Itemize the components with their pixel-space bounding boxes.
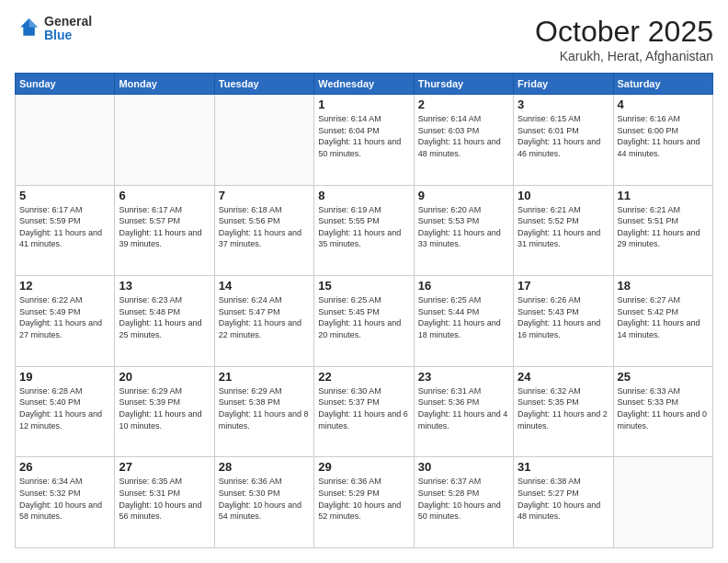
day-info: Sunrise: 6:26 AM Sunset: 5:43 PM Dayligh… — [518, 294, 609, 340]
calendar-cell: 20Sunrise: 6:29 AM Sunset: 5:39 PM Dayli… — [115, 366, 214, 457]
day-number: 5 — [19, 189, 110, 202]
calendar-week-row: 1Sunrise: 6:14 AM Sunset: 6:04 PM Daylig… — [16, 95, 713, 186]
logo-icon — [15, 16, 40, 41]
calendar-cell: 12Sunrise: 6:22 AM Sunset: 5:49 PM Dayli… — [16, 276, 115, 367]
day-number: 7 — [219, 189, 310, 202]
day-number: 2 — [418, 98, 509, 111]
day-number: 31 — [518, 460, 609, 474]
calendar-cell: 4Sunrise: 6:16 AM Sunset: 6:00 PM Daylig… — [613, 95, 712, 186]
day-info: Sunrise: 6:21 AM Sunset: 5:52 PM Dayligh… — [518, 204, 609, 250]
day-info: Sunrise: 6:21 AM Sunset: 5:51 PM Dayligh… — [618, 204, 709, 250]
day-info: Sunrise: 6:30 AM Sunset: 5:37 PM Dayligh… — [318, 385, 409, 431]
logo-general-text: General — [44, 15, 92, 29]
day-info: Sunrise: 6:24 AM Sunset: 5:47 PM Dayligh… — [219, 294, 310, 340]
day-number: 16 — [418, 279, 509, 293]
calendar-cell: 27Sunrise: 6:35 AM Sunset: 5:31 PM Dayli… — [115, 457, 214, 548]
calendar-cell: 16Sunrise: 6:25 AM Sunset: 5:44 PM Dayli… — [414, 276, 513, 367]
day-info: Sunrise: 6:15 AM Sunset: 6:01 PM Dayligh… — [518, 113, 609, 159]
day-number: 14 — [219, 279, 310, 293]
day-info: Sunrise: 6:36 AM Sunset: 5:30 PM Dayligh… — [219, 476, 310, 522]
calendar-cell: 28Sunrise: 6:36 AM Sunset: 5:30 PM Dayli… — [214, 457, 313, 548]
col-header-wednesday: Wednesday — [314, 74, 414, 95]
calendar-header-row: SundayMondayTuesdayWednesdayThursdayFrid… — [16, 74, 713, 95]
calendar-cell: 3Sunrise: 6:15 AM Sunset: 6:01 PM Daylig… — [514, 95, 613, 186]
day-info: Sunrise: 6:32 AM Sunset: 5:35 PM Dayligh… — [518, 385, 609, 431]
day-number: 11 — [618, 189, 709, 202]
day-number: 24 — [518, 370, 609, 384]
calendar-cell: 1Sunrise: 6:14 AM Sunset: 6:04 PM Daylig… — [314, 95, 414, 186]
day-number: 6 — [119, 189, 210, 202]
day-info: Sunrise: 6:27 AM Sunset: 5:42 PM Dayligh… — [618, 294, 709, 340]
col-header-sunday: Sunday — [16, 74, 115, 95]
calendar-cell: 11Sunrise: 6:21 AM Sunset: 5:51 PM Dayli… — [613, 185, 712, 276]
calendar-week-row: 12Sunrise: 6:22 AM Sunset: 5:49 PM Dayli… — [16, 276, 713, 367]
calendar-cell: 30Sunrise: 6:37 AM Sunset: 5:28 PM Dayli… — [414, 457, 513, 548]
calendar-cell: 2Sunrise: 6:14 AM Sunset: 6:03 PM Daylig… — [414, 95, 513, 186]
day-info: Sunrise: 6:19 AM Sunset: 5:55 PM Dayligh… — [318, 204, 409, 250]
month-title: October 2025 — [535, 15, 713, 49]
calendar-cell — [16, 95, 115, 186]
col-header-friday: Friday — [514, 74, 613, 95]
day-number: 17 — [518, 279, 609, 293]
day-number: 30 — [418, 460, 509, 474]
col-header-thursday: Thursday — [414, 74, 513, 95]
calendar-cell: 9Sunrise: 6:20 AM Sunset: 5:53 PM Daylig… — [414, 185, 513, 276]
day-info: Sunrise: 6:25 AM Sunset: 5:45 PM Dayligh… — [318, 294, 409, 340]
day-number: 12 — [19, 279, 110, 293]
day-number: 18 — [618, 279, 709, 293]
svg-marker-1 — [29, 19, 38, 28]
calendar-week-row: 19Sunrise: 6:28 AM Sunset: 5:40 PM Dayli… — [16, 366, 713, 457]
calendar-cell: 10Sunrise: 6:21 AM Sunset: 5:52 PM Dayli… — [514, 185, 613, 276]
day-number: 27 — [119, 460, 210, 474]
header: General Blue October 2025 Karukh, Herat,… — [15, 15, 713, 63]
day-number: 21 — [219, 370, 310, 384]
day-number: 15 — [318, 279, 409, 293]
calendar-cell: 23Sunrise: 6:31 AM Sunset: 5:36 PM Dayli… — [414, 366, 513, 457]
day-info: Sunrise: 6:31 AM Sunset: 5:36 PM Dayligh… — [418, 385, 509, 431]
day-info: Sunrise: 6:17 AM Sunset: 5:57 PM Dayligh… — [119, 204, 210, 250]
day-info: Sunrise: 6:14 AM Sunset: 6:04 PM Dayligh… — [318, 113, 409, 159]
calendar-cell: 7Sunrise: 6:18 AM Sunset: 5:56 PM Daylig… — [214, 185, 313, 276]
calendar-cell — [214, 95, 313, 186]
calendar-week-row: 5Sunrise: 6:17 AM Sunset: 5:59 PM Daylig… — [16, 185, 713, 276]
day-info: Sunrise: 6:33 AM Sunset: 5:33 PM Dayligh… — [618, 385, 709, 431]
day-info: Sunrise: 6:29 AM Sunset: 5:39 PM Dayligh… — [119, 385, 210, 431]
day-number: 28 — [219, 460, 310, 474]
day-info: Sunrise: 6:25 AM Sunset: 5:44 PM Dayligh… — [418, 294, 509, 340]
calendar-table: SundayMondayTuesdayWednesdayThursdayFrid… — [15, 73, 713, 548]
day-number: 29 — [318, 460, 409, 474]
day-number: 4 — [618, 98, 709, 111]
day-number: 23 — [418, 370, 509, 384]
day-info: Sunrise: 6:16 AM Sunset: 6:00 PM Dayligh… — [618, 113, 709, 159]
day-number: 1 — [318, 98, 409, 111]
calendar-cell: 5Sunrise: 6:17 AM Sunset: 5:59 PM Daylig… — [16, 185, 115, 276]
day-number: 3 — [518, 98, 609, 111]
day-info: Sunrise: 6:14 AM Sunset: 6:03 PM Dayligh… — [418, 113, 509, 159]
calendar-cell: 14Sunrise: 6:24 AM Sunset: 5:47 PM Dayli… — [214, 276, 313, 367]
page: General Blue October 2025 Karukh, Herat,… — [0, 0, 728, 563]
day-info: Sunrise: 6:38 AM Sunset: 5:27 PM Dayligh… — [518, 476, 609, 522]
calendar-cell: 18Sunrise: 6:27 AM Sunset: 5:42 PM Dayli… — [613, 276, 712, 367]
calendar-cell — [115, 95, 214, 186]
calendar-cell: 24Sunrise: 6:32 AM Sunset: 5:35 PM Dayli… — [514, 366, 613, 457]
day-info: Sunrise: 6:34 AM Sunset: 5:32 PM Dayligh… — [19, 476, 110, 522]
day-number: 8 — [318, 189, 409, 202]
location: Karukh, Herat, Afghanistan — [535, 49, 713, 63]
day-number: 26 — [19, 460, 110, 474]
calendar-cell: 17Sunrise: 6:26 AM Sunset: 5:43 PM Dayli… — [514, 276, 613, 367]
logo-blue-text: Blue — [44, 29, 92, 42]
day-number: 9 — [418, 189, 509, 202]
day-info: Sunrise: 6:20 AM Sunset: 5:53 PM Dayligh… — [418, 204, 509, 250]
calendar-cell: 25Sunrise: 6:33 AM Sunset: 5:33 PM Dayli… — [613, 366, 712, 457]
title-block: October 2025 Karukh, Herat, Afghanistan — [535, 15, 713, 63]
day-info: Sunrise: 6:37 AM Sunset: 5:28 PM Dayligh… — [418, 476, 509, 522]
day-number: 19 — [19, 370, 110, 384]
day-info: Sunrise: 6:36 AM Sunset: 5:29 PM Dayligh… — [318, 476, 409, 522]
col-header-tuesday: Tuesday — [214, 74, 313, 95]
day-info: Sunrise: 6:29 AM Sunset: 5:38 PM Dayligh… — [219, 385, 310, 431]
day-info: Sunrise: 6:22 AM Sunset: 5:49 PM Dayligh… — [19, 294, 110, 340]
day-number: 13 — [119, 279, 210, 293]
logo-text: General Blue — [44, 15, 92, 43]
calendar-cell: 6Sunrise: 6:17 AM Sunset: 5:57 PM Daylig… — [115, 185, 214, 276]
calendar-cell: 13Sunrise: 6:23 AM Sunset: 5:48 PM Dayli… — [115, 276, 214, 367]
